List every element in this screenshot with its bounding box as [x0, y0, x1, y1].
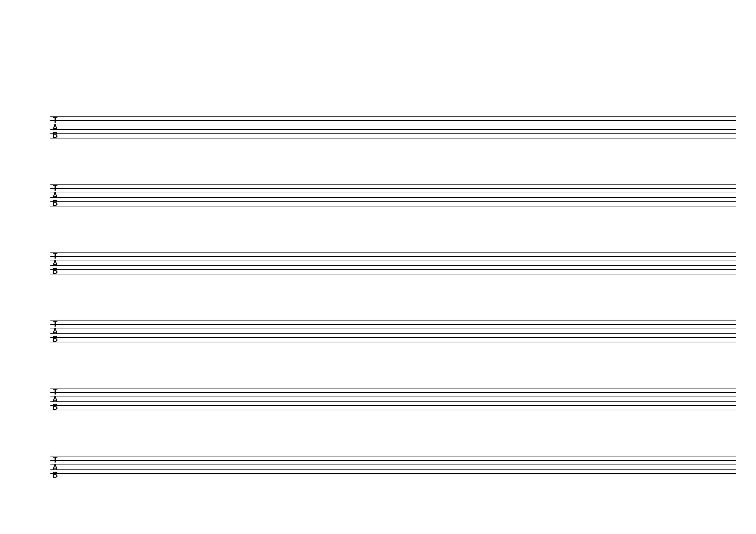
string-line-4	[50, 469, 736, 470]
string-line-6	[50, 138, 736, 139]
string-line-1	[50, 252, 736, 253]
staff-lines	[50, 116, 736, 139]
string-line-6	[50, 410, 736, 411]
tab-letter-b: B	[52, 403, 58, 411]
string-line-4	[50, 401, 736, 402]
string-line-5	[50, 405, 736, 406]
string-line-5	[50, 473, 736, 474]
string-line-5	[50, 337, 736, 338]
tab-letter-b: B	[52, 267, 58, 275]
string-line-3	[50, 192, 736, 193]
string-line-1	[50, 320, 736, 320]
tab-clef: T A B	[50, 252, 60, 274]
tab-letter-b: B	[52, 131, 58, 139]
string-line-6	[50, 342, 736, 343]
string-line-2	[50, 324, 736, 325]
string-line-3	[50, 329, 736, 329]
string-line-1	[50, 116, 736, 116]
string-line-5	[50, 134, 736, 134]
tab-letter-b: B	[52, 470, 58, 479]
tab-staff-5: T A B	[50, 388, 736, 410]
tab-staff-2: T A B	[50, 184, 736, 206]
string-line-3	[50, 396, 736, 397]
tab-clef: T A B	[50, 184, 60, 206]
string-line-3	[50, 125, 736, 125]
string-line-2	[50, 392, 736, 393]
string-line-3	[50, 465, 736, 465]
tab-staff-4: T A B	[50, 320, 736, 343]
string-line-2	[50, 188, 736, 189]
string-line-2	[50, 120, 736, 121]
staff-lines	[50, 320, 736, 343]
staff-lines	[50, 388, 736, 410]
string-line-2	[50, 460, 736, 461]
string-line-4	[50, 197, 736, 198]
tab-letter-b: B	[52, 199, 58, 207]
tab-clef: T A B	[50, 388, 60, 410]
string-line-6	[50, 478, 736, 479]
string-line-1	[50, 456, 736, 456]
tab-staff-3: T A B	[50, 252, 736, 274]
tablature-page: T A B T A B T A	[0, 0, 756, 534]
tab-clef: T A B	[50, 116, 60, 139]
tab-staff-6: T A B	[50, 456, 736, 478]
staff-lines	[50, 252, 736, 274]
string-line-6	[50, 206, 736, 207]
string-line-1	[50, 388, 736, 389]
string-line-4	[50, 129, 736, 130]
string-line-1	[50, 184, 736, 185]
string-line-2	[50, 256, 736, 257]
tab-clef: T A B	[50, 456, 60, 478]
string-line-5	[50, 201, 736, 202]
staff-lines	[50, 184, 736, 206]
tab-letter-b: B	[52, 335, 58, 343]
string-line-6	[50, 274, 736, 275]
tab-staff-1: T A B	[50, 116, 736, 139]
tab-clef: T A B	[50, 320, 60, 343]
string-line-5	[50, 269, 736, 270]
string-line-3	[50, 261, 736, 261]
string-line-4	[50, 333, 736, 334]
staff-lines	[50, 456, 736, 478]
string-line-4	[50, 265, 736, 266]
